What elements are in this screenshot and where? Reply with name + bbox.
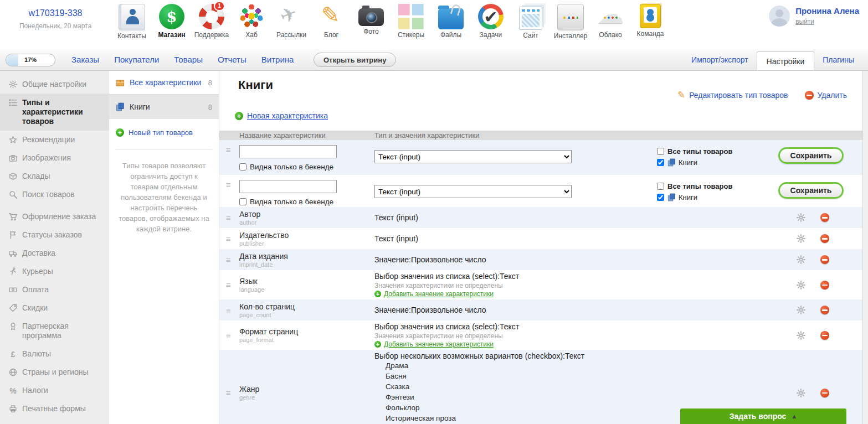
- app-tasks[interactable]: Задачи: [471, 4, 511, 40]
- setup-progress[interactable]: 17%: [6, 54, 55, 66]
- sidebar-item-recommendations[interactable]: Рекомендации: [0, 131, 109, 149]
- settings-button[interactable]: [797, 306, 805, 314]
- sidebar-item-types[interactable]: Типы и характеристики товаров: [0, 94, 109, 131]
- app-contacts[interactable]: Контакты: [112, 4, 152, 40]
- sidebar-item-couriers[interactable]: Курьеры: [0, 262, 109, 281]
- app-cloud[interactable]: Облако: [590, 4, 630, 40]
- app-files[interactable]: Файлы: [431, 4, 471, 40]
- drag-handle-icon[interactable]: ≡: [219, 280, 239, 289]
- add-value-link[interactable]: Добавить значение характеристики: [384, 340, 494, 348]
- tab-products[interactable]: Товары: [174, 55, 203, 64]
- open-storefront-button[interactable]: Открыть витрину: [314, 53, 396, 67]
- sidebar-item-print-forms[interactable]: Печатные формы: [0, 400, 109, 418]
- new-type-link[interactable]: Новый тип товаров: [129, 128, 193, 137]
- sidebar-item-taxes[interactable]: %Налоги: [0, 381, 109, 400]
- ask-question-button[interactable]: Задать вопрос ▲: [680, 409, 846, 424]
- add-value-link[interactable]: Добавить значение характеристики: [384, 290, 494, 298]
- settings-button[interactable]: [797, 234, 805, 243]
- tab-settings[interactable]: Настройки: [757, 51, 815, 70]
- delete-button[interactable]: [820, 331, 829, 340]
- tab-import-export[interactable]: Импорт/экспорт: [691, 55, 748, 64]
- sidebar-item-checkout[interactable]: Оформление заказа: [0, 208, 109, 226]
- char-type-select[interactable]: Текст (input): [374, 150, 572, 163]
- user-name[interactable]: Пронина Алена: [795, 6, 859, 15]
- delete-button[interactable]: [820, 213, 829, 222]
- app-label: Файлы: [431, 31, 471, 39]
- tab-reports[interactable]: Отчеты: [218, 55, 246, 64]
- delete-button[interactable]: [820, 234, 829, 243]
- delete-button[interactable]: [820, 281, 829, 289]
- char-name-input[interactable]: [239, 180, 337, 193]
- char-name-input[interactable]: [239, 145, 337, 158]
- team-icon: [640, 4, 661, 28]
- sidebar-item-product-search[interactable]: Поиск товаров: [0, 185, 109, 204]
- app-shop[interactable]: Магазин: [152, 4, 192, 40]
- char-name: Язык: [239, 277, 374, 286]
- tab-orders[interactable]: Заказы: [71, 55, 99, 64]
- edit-type-link[interactable]: Редактировать тип товаров: [689, 91, 788, 100]
- all-types-checkbox[interactable]: [657, 183, 664, 190]
- sidebar-item-affiliate[interactable]: Партнерская программа: [0, 317, 109, 345]
- sidebar-item-general[interactable]: Общие настройки: [0, 75, 109, 94]
- delete-button[interactable]: [820, 255, 829, 264]
- app-blog[interactable]: Блог: [311, 4, 351, 40]
- drag-handle-icon[interactable]: ≡: [219, 213, 239, 223]
- pound-icon: £: [9, 350, 17, 358]
- drag-handle-icon[interactable]: ≡: [219, 306, 239, 315]
- tab-plugins[interactable]: Плагины: [823, 55, 854, 64]
- content: Книги ✎ Редактировать тип товаров Удалит…: [219, 71, 862, 424]
- delete-icon: [805, 91, 814, 100]
- drag-handle-icon[interactable]: ≡: [219, 145, 239, 154]
- delete-button[interactable]: [820, 389, 829, 397]
- instance-link[interactable]: w170319-338: [29, 8, 83, 18]
- sidebar-item-currencies[interactable]: £Валюты: [0, 345, 109, 363]
- drag-handle-icon[interactable]: ≡: [219, 330, 239, 340]
- sidebar-item-images[interactable]: Изображения: [0, 149, 109, 167]
- app-support[interactable]: 1Поддержка: [192, 4, 232, 40]
- app-stickers[interactable]: Стикеры: [391, 4, 431, 40]
- sidebar-item-countries[interactable]: Страны и регионы: [0, 363, 109, 381]
- backend-only-checkbox[interactable]: [239, 163, 246, 170]
- tab-customers[interactable]: Покупатели: [114, 55, 159, 64]
- books-type-checkbox[interactable]: [657, 194, 664, 201]
- sidebar-item-discounts[interactable]: Скидки: [0, 299, 109, 317]
- percent-icon: %: [9, 386, 17, 395]
- app-site[interactable]: Сайт: [511, 4, 551, 40]
- settings-button[interactable]: [797, 389, 805, 397]
- books-type-label: Книги: [679, 193, 697, 201]
- app-hub[interactable]: Хаб: [232, 4, 271, 40]
- app-installer[interactable]: Инсталлер: [551, 4, 590, 40]
- app-photo[interactable]: Фото: [351, 4, 391, 40]
- new-characteristic-link[interactable]: Новая характеристика: [247, 111, 328, 120]
- new-type-link-row[interactable]: Новый тип товаров: [109, 119, 219, 144]
- delete-button[interactable]: [820, 306, 829, 314]
- tasks-icon: [478, 4, 504, 29]
- new-characteristic-row[interactable]: Новая характеристика: [235, 110, 862, 121]
- drag-handle-icon[interactable]: ≡: [219, 255, 239, 265]
- sidebar-item-payment[interactable]: Оплата: [0, 281, 109, 299]
- tab-storefront[interactable]: Витрина: [261, 55, 294, 64]
- app-team[interactable]: Команда: [630, 4, 670, 40]
- backend-only-checkbox[interactable]: [239, 198, 246, 205]
- scrollbar[interactable]: [862, 71, 868, 424]
- settings-button[interactable]: [797, 255, 805, 264]
- settings-button[interactable]: [797, 331, 805, 340]
- sidebar-item-delivery[interactable]: Доставка: [0, 244, 109, 262]
- logout-link[interactable]: выйти: [795, 18, 814, 25]
- drag-handle-icon[interactable]: ≡: [219, 180, 239, 189]
- drag-handle-icon[interactable]: ≡: [219, 388, 239, 397]
- delete-type-link[interactable]: Удалить: [818, 91, 847, 100]
- drag-handle-icon[interactable]: ≡: [219, 234, 239, 244]
- type-item-all[interactable]: Все характеристики8: [109, 71, 219, 95]
- type-item-books[interactable]: Книги8: [109, 95, 219, 119]
- app-mailings[interactable]: Рассылки: [271, 4, 311, 40]
- all-types-checkbox[interactable]: [657, 148, 664, 155]
- settings-button[interactable]: [797, 213, 805, 222]
- sidebar-item-warehouses[interactable]: Склады: [0, 167, 109, 185]
- save-button[interactable]: Сохранить: [778, 147, 844, 164]
- settings-button[interactable]: [797, 281, 805, 289]
- char-type-select[interactable]: Текст (input): [374, 185, 572, 198]
- save-button[interactable]: Сохранить: [778, 182, 844, 199]
- sidebar-item-order-statuses[interactable]: Статусы заказов: [0, 226, 109, 244]
- books-type-checkbox[interactable]: [657, 159, 664, 166]
